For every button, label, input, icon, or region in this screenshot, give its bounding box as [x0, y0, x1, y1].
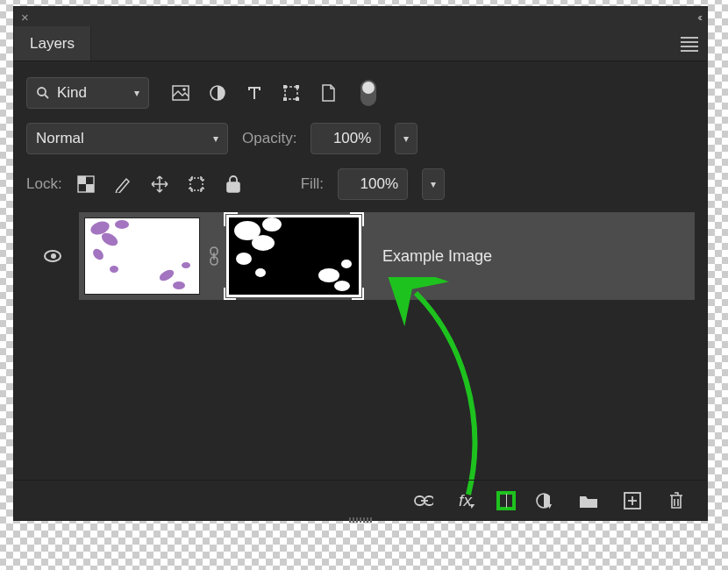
panel-menu-icon[interactable] — [681, 37, 698, 52]
svg-rect-12 — [86, 184, 94, 192]
svg-rect-5 — [285, 87, 297, 99]
close-icon[interactable]: × — [21, 10, 29, 25]
tab-label: Layers — [30, 35, 75, 53]
opacity-value-field[interactable]: 100% — [310, 123, 381, 154]
layer-visibility-column — [26, 212, 79, 300]
svg-rect-6 — [283, 85, 287, 89]
shape-layers-filter-icon[interactable] — [282, 84, 300, 102]
svg-point-3 — [182, 88, 186, 91]
filter-toggle[interactable] — [360, 84, 377, 102]
svg-rect-7 — [296, 85, 299, 89]
panel-titlebar: × ‹‹ — [14, 7, 707, 26]
lock-pixels-icon[interactable] — [113, 175, 132, 194]
layer-effects-icon[interactable]: fx▾ — [458, 491, 477, 510]
type-layers-filter-icon[interactable] — [246, 84, 263, 102]
blend-row: Normal ▾ Opacity: 100% ▾ — [14, 116, 707, 161]
resize-grip-icon[interactable] — [339, 517, 382, 523]
new-layer-icon[interactable] — [623, 491, 642, 510]
panel-bottom-bar: fx▾ ▾ — [14, 480, 707, 520]
lock-icons — [76, 175, 243, 194]
new-group-icon[interactable] — [579, 491, 598, 510]
smart-object-filter-icon[interactable] — [319, 84, 337, 102]
svg-rect-11 — [78, 176, 86, 184]
delete-layer-icon[interactable] — [667, 491, 686, 510]
add-layer-mask-icon[interactable] — [496, 491, 516, 510]
layer-name-label[interactable]: Example Image — [382, 247, 492, 266]
filter-kind-label: Kind — [57, 84, 87, 102]
filter-type-icons — [172, 84, 377, 102]
lock-label: Lock: — [26, 175, 62, 193]
fill-chevron[interactable]: ▾ — [422, 168, 445, 200]
filter-kind-dropdown[interactable]: Kind ▾ — [26, 77, 149, 109]
visibility-eye-icon[interactable] — [44, 247, 61, 265]
svg-rect-13 — [190, 178, 203, 190]
fill-label: Fill: — [301, 175, 324, 193]
chevron-down-icon: ▾ — [213, 132, 218, 145]
lock-all-icon[interactable] — [224, 175, 243, 194]
annotation-arrow — [374, 277, 549, 496]
svg-point-0 — [38, 88, 46, 96]
blend-mode-dropdown[interactable]: Normal ▾ — [26, 123, 228, 154]
lock-position-icon[interactable] — [150, 175, 169, 194]
layer-mask-thumbnail[interactable] — [226, 215, 361, 297]
svg-rect-21 — [506, 494, 507, 508]
lock-transparency-icon[interactable] — [76, 175, 96, 194]
layers-panel: × ‹‹ Layers Kind ▾ — [14, 7, 707, 520]
fill-value: 100% — [360, 175, 398, 193]
fill-value-field[interactable]: 100% — [338, 168, 408, 200]
link-layers-icon[interactable] — [414, 491, 433, 510]
svg-rect-14 — [227, 182, 239, 192]
opacity-chevron[interactable]: ▾ — [395, 123, 418, 154]
search-icon — [36, 86, 50, 100]
opacity-label: Opacity: — [242, 130, 296, 147]
new-adjustment-layer-icon[interactable]: ▾ — [535, 491, 554, 510]
chevron-down-icon: ▾ — [134, 87, 139, 99]
layer-row[interactable]: Example Image — [26, 212, 695, 300]
layer-thumbnail[interactable] — [84, 217, 200, 295]
filter-row: Kind ▾ — [14, 70, 707, 116]
svg-rect-8 — [283, 97, 287, 101]
pixel-layers-filter-icon[interactable] — [172, 84, 189, 102]
adjustment-layers-filter-icon[interactable] — [209, 84, 226, 102]
collapse-icon[interactable]: ‹‹ — [697, 11, 700, 24]
svg-line-1 — [45, 95, 48, 98]
tab-bar: Layers — [14, 26, 707, 61]
opacity-value: 100% — [333, 130, 371, 147]
blend-mode-value: Normal — [36, 130, 84, 147]
lock-row: Lock: Fill: 100% ▾ — [14, 161, 707, 207]
lock-artboard-icon[interactable] — [187, 175, 206, 194]
layer-mask-link-icon[interactable] — [205, 247, 223, 265]
tab-layers[interactable]: Layers — [14, 26, 91, 61]
layers-list: Example Image — [14, 207, 707, 480]
svg-rect-9 — [296, 97, 299, 101]
